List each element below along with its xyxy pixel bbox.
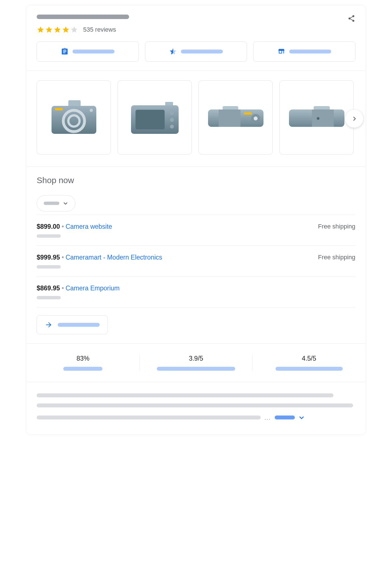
shop-section: Shop now $899.00•Camera website Free shi… bbox=[27, 167, 365, 344]
stat-value: 4.5/5 bbox=[302, 355, 316, 362]
product-thumbnail-back[interactable] bbox=[118, 80, 192, 155]
offer-price: $899.00 bbox=[37, 223, 60, 230]
star-icon bbox=[53, 26, 61, 34]
shop-offer-row: $869.95•Camera Emporium bbox=[37, 276, 355, 307]
camera-top-icon bbox=[206, 105, 265, 130]
stat-label-placeholder bbox=[63, 367, 102, 371]
svg-rect-0 bbox=[68, 100, 81, 106]
description-line-placeholder bbox=[37, 403, 353, 407]
offer-vendor-link[interactable]: Camera website bbox=[66, 223, 112, 230]
description-section: … bbox=[27, 382, 365, 434]
svg-rect-15 bbox=[244, 112, 252, 115]
description-line-placeholder bbox=[37, 416, 261, 419]
camera-back-icon bbox=[128, 98, 181, 137]
offer-vendor-link[interactable]: Cameramart - Modern Electronics bbox=[66, 254, 162, 261]
star-half-icon bbox=[169, 48, 177, 55]
chip-label-placeholder bbox=[289, 50, 331, 53]
carousel-next-button[interactable] bbox=[345, 110, 363, 128]
share-icon bbox=[347, 15, 355, 22]
svg-rect-8 bbox=[136, 110, 165, 129]
image-gallery bbox=[37, 80, 355, 155]
shop-heading: Shop now bbox=[37, 176, 355, 185]
star-icon bbox=[62, 26, 70, 34]
clipboard-icon bbox=[61, 48, 69, 55]
description-ellipsis: … bbox=[264, 414, 271, 421]
chevron-down-icon[interactable] bbox=[298, 414, 305, 421]
shop-offer-row: $899.00•Camera website Free shipping bbox=[37, 215, 355, 246]
shop-list: $899.00•Camera website Free shipping $99… bbox=[37, 215, 355, 307]
offer-price: $999.95 bbox=[37, 254, 60, 261]
arrow-right-icon bbox=[45, 321, 53, 329]
offer-price: $869.95 bbox=[37, 284, 60, 292]
more-offers-button[interactable] bbox=[37, 315, 108, 334]
separator-dot: • bbox=[62, 254, 64, 261]
offer-shipping: Free shipping bbox=[318, 254, 355, 261]
stats-section: 83% 3.9/5 4.5/5 bbox=[27, 344, 365, 382]
product-thumbnail-front[interactable] bbox=[37, 80, 111, 155]
filter-label-placeholder bbox=[44, 202, 59, 205]
filter-chip[interactable] bbox=[37, 195, 75, 211]
svg-point-11 bbox=[170, 125, 174, 129]
chevron-right-icon bbox=[351, 116, 357, 122]
gallery-section bbox=[27, 71, 365, 167]
svg-rect-18 bbox=[314, 106, 330, 110]
stat-item[interactable]: 83% bbox=[27, 355, 140, 371]
svg-point-3 bbox=[90, 109, 93, 112]
star-icon bbox=[37, 26, 45, 34]
offer-vendor-link[interactable]: Camera Emporium bbox=[66, 284, 120, 292]
product-thumbnail-bottom[interactable] bbox=[279, 80, 354, 155]
separator-dot: • bbox=[62, 223, 64, 230]
product-thumbnail-top[interactable] bbox=[199, 80, 273, 155]
star-icon bbox=[70, 26, 78, 34]
product-card: 535 reviews bbox=[27, 6, 365, 434]
reviews-count[interactable]: 535 reviews bbox=[83, 26, 116, 33]
stat-value: 3.9/5 bbox=[189, 355, 203, 362]
storefront-icon bbox=[277, 48, 285, 55]
svg-rect-14 bbox=[219, 109, 241, 127]
svg-point-10 bbox=[170, 118, 174, 122]
stores-chip[interactable] bbox=[253, 41, 355, 62]
stat-label-placeholder bbox=[157, 367, 235, 371]
svg-rect-2 bbox=[55, 108, 63, 110]
header-section: 535 reviews bbox=[27, 6, 365, 71]
camera-bottom-icon bbox=[287, 105, 346, 130]
description-line-placeholder bbox=[37, 393, 333, 397]
svg-rect-20 bbox=[312, 109, 334, 127]
stat-value: 83% bbox=[76, 355, 89, 362]
chip-label-placeholder bbox=[73, 50, 115, 53]
offer-meta-placeholder bbox=[37, 234, 61, 238]
svg-point-21 bbox=[317, 117, 319, 120]
star-rating bbox=[37, 26, 78, 34]
overview-chip[interactable] bbox=[37, 41, 139, 62]
star-icon bbox=[45, 26, 53, 34]
reviews-chip[interactable] bbox=[145, 41, 247, 62]
stat-item[interactable]: 4.5/5 bbox=[253, 355, 365, 371]
action-chips-row bbox=[37, 41, 355, 62]
product-title-placeholder bbox=[37, 15, 129, 19]
stat-label-placeholder bbox=[276, 367, 343, 371]
rating-row: 535 reviews bbox=[37, 26, 129, 34]
offer-meta-placeholder bbox=[37, 265, 61, 269]
shop-offer-row: $999.95•Cameramart - Modern Electronics … bbox=[37, 246, 355, 276]
description-last-row: … bbox=[37, 414, 355, 421]
more-label-placeholder bbox=[58, 323, 100, 327]
description-more-placeholder[interactable] bbox=[275, 416, 295, 419]
share-button[interactable] bbox=[347, 15, 355, 24]
separator-dot: • bbox=[62, 284, 64, 292]
stat-item[interactable]: 3.9/5 bbox=[140, 355, 253, 371]
svg-rect-6 bbox=[165, 102, 173, 106]
svg-point-9 bbox=[170, 111, 174, 115]
camera-front-icon bbox=[49, 98, 99, 137]
chevron-down-icon bbox=[63, 200, 68, 206]
offer-meta-placeholder bbox=[37, 296, 61, 299]
svg-rect-12 bbox=[223, 106, 238, 110]
offer-shipping: Free shipping bbox=[318, 223, 355, 230]
svg-point-17 bbox=[254, 116, 258, 120]
header-row: 535 reviews bbox=[37, 15, 355, 41]
chip-label-placeholder bbox=[181, 50, 223, 53]
